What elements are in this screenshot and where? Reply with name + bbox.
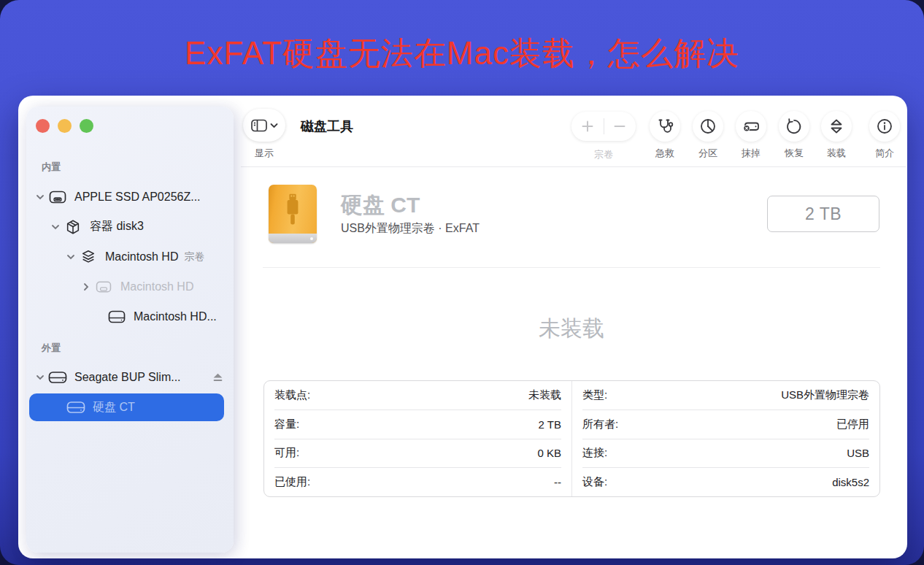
sidebar: 内置 APPLE SSD AP0256Z... 容器 disk3 (26, 107, 234, 553)
window-title: 磁盘工具 (301, 118, 353, 135)
sidebar-item-apple-ssd[interactable]: APPLE SSD AP0256Z... (26, 182, 234, 212)
table-row: 可用:0 KB (274, 439, 561, 469)
chevron-right-icon[interactable] (80, 282, 93, 291)
add-volume-button[interactable] (571, 120, 604, 133)
eject-icon[interactable] (212, 372, 223, 382)
table-row: 所有者:已停用 (582, 410, 869, 439)
chevron-down-icon[interactable] (64, 254, 77, 260)
capacity-badge: 2 TB (767, 196, 879, 232)
usb-external-drive-icon (269, 185, 317, 243)
chevron-down-icon[interactable] (49, 224, 62, 230)
table-row: 连接:USB (582, 439, 869, 469)
volume-layers-icon (79, 249, 98, 265)
info-button[interactable]: 简介 (869, 111, 901, 160)
show-view-button[interactable] (243, 109, 285, 142)
mount-button[interactable]: 装载 (820, 111, 852, 160)
disk-icon (66, 400, 85, 415)
banner-title: ExFAT硬盘无法在Mac装载，怎么解决 (0, 32, 924, 75)
details-left-column: 装载点:未装载 容量:2 TB 可用:0 KB 已使用:-- (264, 381, 571, 496)
partition-button[interactable]: 分区 (692, 111, 724, 160)
first-aid-stethoscope-icon (655, 117, 674, 136)
table-row: 容量:2 TB (274, 410, 561, 439)
partition-pie-icon (698, 117, 717, 136)
sidebar-item-seagate[interactable]: Seagate BUP Slim... (26, 362, 234, 392)
sidebar-item-container-disk3[interactable]: 容器 disk3 (26, 212, 234, 242)
erase-button[interactable]: 抹掉 (735, 111, 767, 160)
details-table: 装载点:未装载 容量:2 TB 可用:0 KB 已使用:-- 类型:USB外置物… (263, 380, 880, 497)
disk-icon (107, 310, 126, 324)
toolbar-divider (241, 166, 906, 167)
usb-plug-glyph (283, 192, 302, 228)
table-row: 装载点:未装载 (274, 381, 561, 410)
table-row: 设备:disk5s2 (582, 468, 869, 496)
close-window-button[interactable] (36, 119, 50, 133)
restore-arrow-icon (785, 117, 804, 136)
sidebar-section-external: 外置 (42, 342, 61, 355)
internal-disk-icon (48, 190, 67, 204)
sidebar-view-icon (250, 118, 268, 133)
chevron-down-icon[interactable] (34, 374, 47, 380)
drive-base-strip (269, 234, 317, 243)
volume-title: 硬盘 CT (341, 191, 420, 220)
show-view-label: 显示 (243, 147, 285, 160)
volume-add-remove-group (571, 112, 636, 141)
erase-disk-icon (742, 117, 761, 136)
restore-button[interactable]: 恢复 (778, 111, 810, 160)
sidebar-section-internal: 内置 (42, 161, 61, 174)
table-row: 已使用:-- (274, 468, 561, 496)
disk-icon (94, 280, 113, 293)
chevron-down-icon[interactable] (34, 194, 47, 200)
header-divider (263, 267, 880, 268)
container-icon (63, 219, 82, 235)
sidebar-item-macintosh-hd-data[interactable]: Macintosh HD... (26, 301, 234, 331)
mount-status-text: 未装载 (263, 314, 880, 344)
table-row: 类型:USB外置物理宗卷 (582, 381, 869, 410)
sidebar-item-macintosh-hd-snapshot[interactable]: Macintosh HD (26, 272, 234, 301)
drive-led (310, 237, 313, 240)
volume-subtitle: USB外置物理宗卷 · ExFAT (341, 221, 480, 237)
external-disk-icon (48, 370, 67, 385)
sidebar-item-macintosh-hd-volume[interactable]: Macintosh HD 宗卷 (26, 242, 234, 272)
details-right-column: 类型:USB外置物理宗卷 所有者:已停用 连接:USB 设备:disk5s2 (572, 381, 879, 496)
zoom-window-button[interactable] (80, 119, 93, 133)
screenshot-root: ExFAT硬盘无法在Mac装载，怎么解决 显示 磁盘工具 宗卷 (0, 0, 924, 565)
chevron-down-icon (270, 123, 278, 128)
volume-tag: 宗卷 (184, 250, 204, 264)
sidebar-item-hard-disk-ct[interactable]: 硬盘 CT (29, 393, 224, 421)
minimize-window-button[interactable] (58, 119, 72, 133)
first-aid-button[interactable]: 急救 (649, 111, 681, 160)
info-icon (875, 117, 894, 136)
volume-group-label: 宗卷 (571, 148, 636, 161)
remove-volume-button[interactable] (604, 120, 636, 133)
traffic-lights (36, 119, 93, 133)
mount-icon (827, 117, 846, 136)
